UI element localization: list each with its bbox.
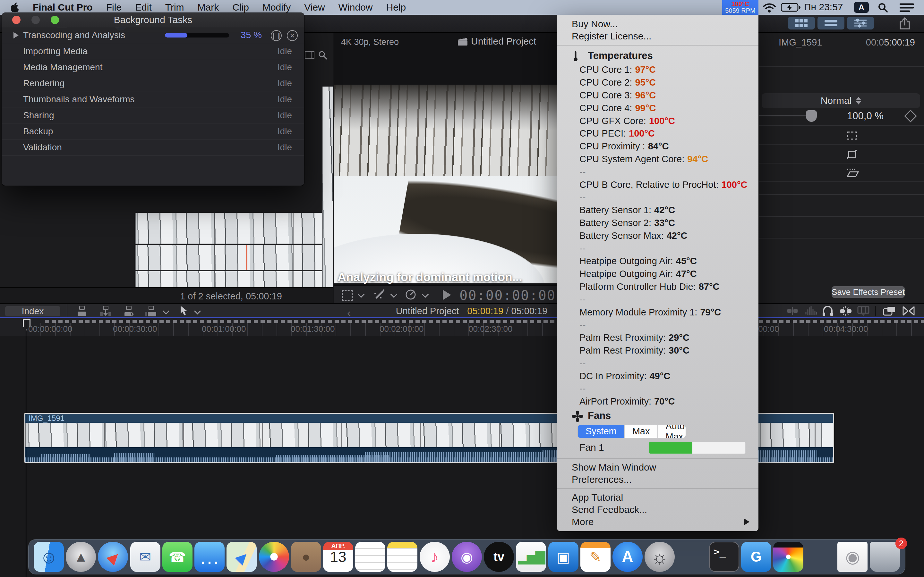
browser-clip-filmstrip[interactable] — [135, 271, 325, 288]
dock-item[interactable] — [805, 542, 835, 572]
dock-item[interactable]: ☎ — [162, 542, 192, 572]
menu-help[interactable]: Help — [386, 2, 406, 13]
dock-item[interactable]: ▣ — [548, 542, 578, 572]
enhancements-wand-icon[interactable] — [374, 289, 385, 300]
index-button[interactable]: Index — [5, 306, 60, 316]
dock-item[interactable]: ▶ — [98, 542, 128, 572]
viewer-timecode[interactable]: 00:00:00:00 — [459, 287, 556, 303]
background-task-row[interactable]: Sharing ❙❙ × Idle — [2, 107, 304, 123]
browser-view-button[interactable] — [788, 17, 815, 29]
minimize-window-button[interactable] — [31, 16, 40, 24]
background-task-row[interactable]: Rendering ❙❙ × Idle — [2, 75, 304, 91]
opacity-value[interactable]: 100,0 % — [830, 110, 901, 122]
fan-mode-button[interactable]: System — [578, 425, 625, 438]
dock-item[interactable]: ▲ — [66, 542, 96, 572]
retime-icon[interactable] — [405, 289, 417, 300]
menu-mark[interactable]: Mark — [198, 2, 219, 13]
opacity-slider-handle[interactable] — [806, 110, 817, 122]
input-source-indicator[interactable]: A — [854, 2, 869, 13]
dock-item[interactable]: ● — [291, 542, 321, 572]
browser-clip-filmstrip-column[interactable] — [322, 87, 333, 288]
dock-item[interactable] — [259, 542, 289, 572]
dock-item[interactable]: ◉ — [452, 542, 482, 572]
tgpro-statusbar-item[interactable]: 100°C 5059 RPM — [722, 0, 758, 15]
cancel-task-button[interactable]: × — [287, 30, 298, 41]
blade-icon icon-dim[interactable] — [787, 306, 798, 316]
dock-item[interactable]: ▶ — [226, 542, 257, 572]
save-effects-preset-button[interactable]: Save Effects Preset — [832, 286, 905, 298]
menu-item[interactable]: App Tutorial — [557, 492, 758, 504]
dock-item[interactable] — [677, 542, 707, 572]
close-window-button[interactable] — [12, 16, 21, 24]
background-task-row[interactable]: Backup ❙❙ × Idle — [2, 123, 304, 139]
dock-item[interactable]: 2 ☼ — [645, 542, 675, 572]
background-task-row[interactable]: Validation ❙❙ × Idle — [2, 139, 304, 155]
spotlight-search-icon[interactable] — [878, 3, 888, 13]
background-task-row[interactable]: Importing Media ❙❙ × Idle — [2, 43, 304, 59]
playhead[interactable] — [26, 318, 26, 577]
timeline-project-name[interactable]: Untitled Project — [396, 306, 459, 316]
background-task-row[interactable]: Transcoding and Analysis 35 % ❙❙ × — [2, 27, 304, 43]
crop-icon[interactable] — [846, 131, 858, 140]
dock-item[interactable]: АПР. 13 — [323, 542, 353, 572]
opacity-slider-track[interactable] — [759, 115, 807, 116]
zoom-window-button[interactable] — [51, 16, 59, 24]
battery-charging-icon[interactable] — [781, 3, 801, 12]
dock-item[interactable]: ▂▅▇ — [516, 542, 546, 572]
disclosure-triangle-icon[interactable] — [13, 32, 19, 39]
keyframe-diamond-icon[interactable] — [904, 110, 917, 122]
play-button[interactable] — [443, 290, 451, 300]
connect-edit-icon[interactable] — [77, 306, 90, 317]
dock-item[interactable] — [355, 542, 385, 572]
audio-skimming-icon[interactable] — [804, 306, 817, 316]
browser-clip-filmstrip[interactable] — [135, 245, 332, 270]
menu-edit[interactable]: Edit — [135, 2, 152, 13]
dock-item[interactable]: ✎ — [580, 542, 611, 572]
apple-menu-icon[interactable] — [11, 3, 19, 12]
share-icon[interactable] — [898, 17, 911, 30]
timeline-ruler[interactable]: 00:00:00:00 00:00:30:00 00:01:00:00 00:0… — [0, 318, 924, 336]
notification-list-icon[interactable] — [900, 3, 914, 13]
dock-item[interactable] — [773, 542, 803, 572]
dock-item[interactable]: ◉ — [837, 542, 867, 572]
dock-item[interactable]: ♪ — [420, 542, 450, 572]
background-tasks-titlebar[interactable]: Background Tasks — [2, 13, 304, 27]
menu-window[interactable]: Window — [338, 2, 373, 13]
filmstrip-view-icon[interactable] — [305, 51, 314, 59]
dock-item[interactable]: ✉ — [130, 542, 160, 572]
overwrite-edit-icon[interactable] — [144, 306, 157, 317]
blend-mode-dropdown[interactable]: Normal — [762, 93, 920, 108]
wifi-icon[interactable] — [762, 3, 776, 13]
transform-tool-icon[interactable] — [342, 290, 352, 301]
pause-task-button[interactable]: ❙❙ — [271, 30, 282, 41]
menu-item[interactable]: Preferences... — [557, 474, 758, 486]
skew-icon[interactable] — [846, 168, 859, 177]
tool-chevron-icon[interactable] — [194, 308, 201, 314]
browser-clip-filmstrip[interactable] — [135, 213, 332, 243]
list-view-button[interactable] — [817, 17, 845, 29]
background-task-row[interactable]: Thumbnails and Waveforms ❙❙ × Idle — [2, 91, 304, 107]
dock-item[interactable]: 1 tv — [484, 542, 514, 572]
dock-item[interactable]: … — [194, 542, 225, 572]
transitions-bowtie-icon[interactable] — [902, 306, 915, 316]
menu-item-register-license[interactable]: Register License... — [557, 30, 758, 42]
menu-file[interactable]: File — [106, 2, 121, 13]
select-tool-icon[interactable] — [180, 306, 188, 316]
menu-trim[interactable]: Trim — [165, 2, 184, 13]
dock-item[interactable]: G — [741, 542, 771, 572]
distort-icon[interactable] — [846, 149, 858, 159]
skimming-icon[interactable] — [838, 306, 853, 316]
clip-appearance-icon[interactable] — [857, 306, 869, 316]
menu-item[interactable]: More — [557, 516, 758, 528]
background-task-row[interactable]: Media Management ❙❙ × Idle — [2, 59, 304, 75]
menu-bar-clock[interactable]: Пн 23:57 — [804, 2, 843, 13]
menu-item-buy-now[interactable]: Buy Now... — [557, 18, 758, 30]
edit-tools-chevron-icon[interactable] — [163, 308, 170, 314]
fan-mode-button[interactable]: Auto Max — [658, 425, 686, 438]
fan-mode-button[interactable]: Max — [625, 425, 658, 438]
app-menu-title[interactable]: Final Cut Pro — [33, 2, 93, 13]
dock-item[interactable]: >_ — [709, 542, 739, 572]
enhancements-chevron-icon[interactable] — [391, 291, 397, 298]
dock-item[interactable] — [387, 542, 417, 572]
dock-item[interactable] — [870, 542, 900, 572]
